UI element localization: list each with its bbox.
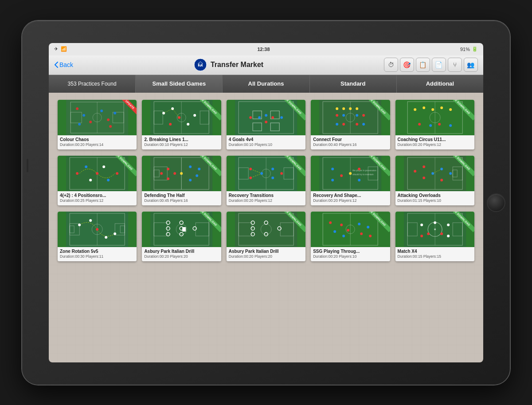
practice-card[interactable]: FREE DOWNLOAD Defending The Half Duratio… xyxy=(142,156,221,205)
badge-label: FREE DOWNLOAD xyxy=(115,156,137,176)
free-download-badge: FREE DOWNLOAD xyxy=(284,100,305,121)
card-meta: Duration:00:20 Players:12 xyxy=(229,198,303,203)
free-download-badge: FREE DOWNLOAD xyxy=(284,212,305,233)
back-chevron-icon xyxy=(54,62,59,68)
card-meta: Duration:00:20 Players:20 xyxy=(229,254,303,259)
svg-point-64 xyxy=(422,106,425,109)
card-title: Recovery And Shape... xyxy=(313,193,387,198)
free-download-badge: FREE DOWNLOAD xyxy=(453,212,474,233)
clock-icon-button[interactable]: ⏱ xyxy=(384,58,398,72)
svg-point-115 xyxy=(340,174,343,177)
card-image: FREE DOWNLOAD xyxy=(311,100,390,135)
svg-point-129 xyxy=(440,168,443,170)
card-meta: Duration:00:10 Players:12 xyxy=(144,142,219,147)
content-area: UPDATE Colour Chaos Duration:00:20 Playe… xyxy=(49,93,483,362)
people-icon-button[interactable]: 👥 xyxy=(464,58,478,72)
practice-card[interactable]: FREE DOWNLOAD 4 Goals 4v4 Duration:00:10… xyxy=(227,100,305,149)
battery-label: 91% xyxy=(460,47,470,52)
standard-filter[interactable]: Standard xyxy=(310,75,397,93)
svg-point-66 xyxy=(440,106,443,109)
svg-point-106 xyxy=(271,177,274,179)
card-image: the player in possession should try to m… xyxy=(311,156,390,191)
practice-card[interactable]: FREE DOWNLOAD Connect Four Duration:00:4… xyxy=(311,100,390,149)
fork-icon-button[interactable]: ⑂ xyxy=(448,58,462,72)
badge-label: FREE DOWNLOAD xyxy=(200,212,221,232)
practice-card[interactable]: FREE DOWNLOAD Asbury Park Italian Drill … xyxy=(142,212,221,261)
card-meta: Duration:00:20 Players:10 xyxy=(313,254,387,259)
category-filter[interactable]: Small Sided Games xyxy=(136,75,223,93)
card-meta: Duration:00:10 Players:10 xyxy=(229,142,303,147)
field-diagram xyxy=(58,212,137,247)
airplane-icon: ✈ xyxy=(54,46,58,52)
badge-label: FREE DOWNLOAD xyxy=(369,100,390,120)
free-download-badge: FREE DOWNLOAD xyxy=(200,100,221,121)
free-download-badge: FREE DOWNLOAD xyxy=(453,100,474,121)
svg-point-127 xyxy=(422,177,425,179)
status-time: 12:38 xyxy=(257,47,270,52)
svg-point-50 xyxy=(356,107,358,110)
card-info: 4 Goals 4v4 Duration:00:10 Players:10 xyxy=(227,135,305,149)
clipboard-icon-button[interactable]: 📄 xyxy=(432,58,446,72)
card-info: Zone Rotation 5v5 Duration:00:30 Players… xyxy=(58,247,137,261)
practice-card[interactable]: FREE DOWNLOAD Coaching Circus U11... Dur… xyxy=(395,100,474,149)
svg-point-65 xyxy=(431,108,434,111)
svg-point-81 xyxy=(102,165,105,168)
card-image: FREE DOWNLOAD xyxy=(58,156,137,191)
practice-card[interactable]: FREE DOWNLOAD 4(+2) : 4 Positionsro... D… xyxy=(58,156,137,205)
card-meta: Duration:00:15 Players:15 xyxy=(398,254,472,259)
svg-point-53 xyxy=(356,114,358,117)
card-image: FREE DOWNLOAD xyxy=(227,100,305,135)
svg-point-89 xyxy=(196,174,199,177)
back-label: Back xyxy=(59,61,73,68)
card-title: Asbury Park Italian Drill xyxy=(229,249,303,254)
practice-card[interactable]: FREE DOWNLOAD Match X4 Duration:00:15 Pl… xyxy=(395,212,474,261)
free-download-badge: FREE DOWNLOAD xyxy=(369,212,390,233)
card-info: 4(+2) : 4 Positionsro... Duration:00:25 … xyxy=(58,191,137,205)
card-title: Connect Four xyxy=(313,137,387,142)
practices-count-filter[interactable]: 353 Practices Found xyxy=(49,75,136,93)
practice-card[interactable]: FREE DOWNLOAD SSG Playing Throug... Dura… xyxy=(311,212,390,261)
additional-filter[interactable]: Additional xyxy=(397,75,483,93)
svg-point-38 xyxy=(265,114,267,117)
card-image: FREE DOWNLOAD xyxy=(142,100,221,135)
back-button[interactable]: Back xyxy=(54,61,73,68)
svg-point-191 xyxy=(434,221,436,224)
svg-point-55 xyxy=(336,123,338,126)
home-button[interactable] xyxy=(487,193,505,212)
svg-point-114 xyxy=(331,168,334,170)
card-meta: Duration:00:30 Players:11 xyxy=(60,254,134,259)
card-meta: Duration:00:45 Players:16 xyxy=(144,198,219,203)
card-title: 2. Breaking Lines 1... xyxy=(144,137,219,142)
practice-card[interactable]: FREE DOWNLOAD Recovery Transitions Durat… xyxy=(227,156,305,205)
svg-point-188 xyxy=(434,228,436,230)
free-download-badge: FREE DOWNLOAD xyxy=(369,100,390,121)
card-image: FREE DOWNLOAD xyxy=(311,212,390,247)
card-info: Connect Four Duration:00:40 Players:16 xyxy=(311,135,390,149)
target-icon-button[interactable]: 🎯 xyxy=(400,58,414,72)
practice-card[interactable]: the player in possession should try to m… xyxy=(311,156,390,205)
svg-point-189 xyxy=(420,224,423,226)
svg-point-69 xyxy=(429,124,432,127)
svg-point-181 xyxy=(369,235,372,237)
svg-point-78 xyxy=(107,179,110,181)
svg-point-105 xyxy=(271,168,274,170)
practice-card[interactable]: FREE DOWNLOAD 2. Breaking Lines 1... Dur… xyxy=(142,100,221,149)
card-image: FREE DOWNLOAD xyxy=(395,156,474,191)
practice-card[interactable]: UPDATE Colour Chaos Duration:00:20 Playe… xyxy=(58,100,137,149)
svg-point-76 xyxy=(85,165,87,168)
card-info: Asbury Park Italian Drill Duration:00:20… xyxy=(142,247,221,261)
card-title: Colour Chaos xyxy=(60,137,134,142)
practice-card[interactable]: Zone Rotation 5v5 Duration:00:30 Players… xyxy=(58,212,137,261)
calendar-icon-button[interactable]: 📋 xyxy=(416,58,430,72)
svg-point-75 xyxy=(76,172,78,175)
duration-filter[interactable]: All Durations xyxy=(223,75,309,93)
practice-card[interactable]: FREE DOWNLOAD Attacking Overloads Durati… xyxy=(395,156,474,205)
card-title: Attacking Overloads xyxy=(398,193,472,198)
svg-point-54 xyxy=(362,114,365,117)
svg-point-193 xyxy=(447,224,450,226)
fa-logo: FA xyxy=(194,58,207,71)
free-download-badge: FREE DOWNLOAD xyxy=(284,156,305,177)
svg-point-178 xyxy=(358,223,360,225)
svg-point-192 xyxy=(440,232,443,235)
practice-card[interactable]: FREE DOWNLOAD Asbury Park Italian Drill … xyxy=(227,212,305,261)
